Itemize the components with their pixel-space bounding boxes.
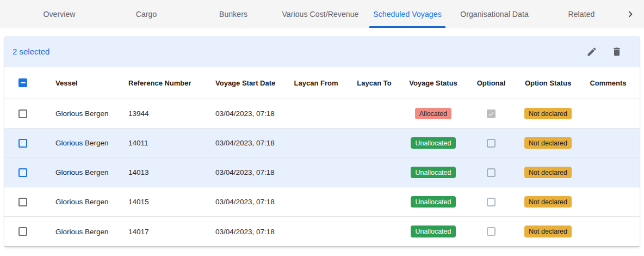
optional-checkbox[interactable] (487, 227, 496, 236)
voyage-start-date-cell: 03/04/2023, 07:18 (215, 198, 287, 206)
tab-overview[interactable]: Overview (16, 0, 103, 28)
option-status-badge: Not declared (524, 196, 572, 208)
selection-actions (585, 45, 623, 58)
chevron-right-icon (624, 8, 636, 20)
column-header-laycan-to: Laycan To (345, 79, 404, 87)
table-row[interactable]: Glorious Bergen 13944 03/04/2023, 07:18 … (4, 99, 640, 129)
reference-number-cell: 14015 (128, 198, 215, 206)
column-header-optional: Optional (463, 79, 519, 87)
voyage-status-badge: Unallocated (411, 225, 455, 237)
select-all-checkbox[interactable] (18, 78, 27, 87)
reference-number-cell: 14013 (128, 168, 215, 176)
reference-number-cell: 14017 (128, 228, 215, 236)
column-header-reference-number: Reference Number (128, 79, 215, 87)
vessel-cell: Glorious Bergen (55, 139, 128, 147)
voyage-start-date-cell: 03/04/2023, 07:18 (215, 139, 287, 147)
row-checkbox[interactable] (18, 109, 27, 118)
voyage-status-badge: Unallocated (411, 137, 455, 149)
delete-button[interactable] (610, 45, 623, 58)
table-body: Glorious Bergen 13944 03/04/2023, 07:18 … (4, 99, 640, 246)
tabs-scroll-right-button[interactable] (621, 0, 640, 28)
optional-checkbox[interactable] (487, 198, 496, 206)
optional-cell (463, 168, 519, 177)
column-header-voyage-start-date: Voyage Start Date (215, 79, 287, 87)
table-row[interactable]: Glorious Bergen 14017 03/04/2023, 07:18 … (4, 217, 640, 246)
scheduled-voyages-page: Overview Cargo Bunkers Various Cost/Reve… (0, 0, 644, 256)
tab-scheduled-voyages[interactable]: Scheduled Voyages (364, 0, 451, 28)
voyage-start-date-cell: 03/04/2023, 07:18 (215, 228, 287, 236)
scheduled-voyages-card: 2 selected (4, 36, 640, 247)
voyage-status-cell: Unallocated (404, 137, 463, 149)
vessel-cell: Glorious Bergen (55, 198, 128, 206)
tab-organisational-data[interactable]: Organisational Data (451, 0, 538, 28)
row-checkbox[interactable] (18, 139, 27, 148)
option-status-cell: Not declared (519, 225, 577, 237)
row-checkbox[interactable] (18, 227, 27, 236)
option-status-badge: Not declared (524, 167, 572, 179)
option-status-badge: Not declared (524, 225, 572, 237)
tab-related[interactable]: Related (538, 0, 625, 28)
voyage-status-badge: Unallocated (411, 167, 455, 179)
option-status-cell: Not declared (519, 137, 577, 149)
tab-cargo[interactable]: Cargo (103, 0, 190, 28)
voyage-status-cell: Unallocated (404, 167, 463, 179)
option-status-badge: Not declared (524, 108, 572, 120)
table-row[interactable]: Glorious Bergen 14013 03/04/2023, 07:18 … (4, 158, 640, 187)
voyage-status-badge: Unallocated (411, 196, 455, 208)
vessel-cell: Glorious Bergen (55, 168, 128, 176)
edit-button[interactable] (585, 45, 598, 58)
voyage-status-cell: Unallocated (404, 225, 463, 237)
column-header-vessel: Vessel (55, 79, 128, 87)
column-header-laycan-from: Laycan From (287, 79, 345, 87)
voyage-status-badge: Allocated (415, 108, 451, 120)
selected-count-label: 2 selected (13, 47, 49, 56)
vessel-cell: Glorious Bergen (55, 109, 128, 118)
indeterminate-dash (21, 82, 26, 83)
optional-cell (463, 227, 519, 236)
table-header-row: Vessel Reference Number Voyage Start Dat… (4, 67, 640, 99)
row-checkbox[interactable] (18, 198, 27, 206)
column-header-option-status: Option Status (519, 79, 577, 87)
table-row[interactable]: Glorious Bergen 14011 03/04/2023, 07:18 … (4, 129, 640, 158)
optional-checkbox (487, 109, 496, 118)
reference-number-cell: 13944 (128, 109, 215, 118)
option-status-cell: Not declared (519, 196, 577, 208)
reference-number-cell: 14011 (128, 139, 215, 147)
column-header-comments: Comments (577, 79, 640, 87)
option-status-cell: Not declared (519, 167, 577, 179)
tab-various-cost-revenue[interactable]: Various Cost/Revenue (277, 0, 364, 28)
tab-bar: Overview Cargo Bunkers Various Cost/Reve… (0, 0, 644, 28)
optional-checkbox[interactable] (487, 139, 496, 148)
column-header-voyage-status: Voyage Status (404, 79, 463, 87)
pencil-icon (586, 46, 597, 57)
voyage-status-cell: Allocated (404, 108, 463, 120)
table-row[interactable]: Glorious Bergen 14015 03/04/2023, 07:18 … (4, 187, 640, 217)
optional-cell (463, 139, 519, 148)
vessel-cell: Glorious Bergen (55, 228, 128, 236)
voyage-status-cell: Unallocated (404, 196, 463, 208)
tab-bunkers[interactable]: Bunkers (190, 0, 277, 28)
row-checkbox[interactable] (18, 168, 27, 177)
optional-checkbox[interactable] (487, 168, 496, 177)
trash-icon (611, 46, 622, 57)
voyage-start-date-cell: 03/04/2023, 07:18 (215, 168, 287, 176)
option-status-badge: Not declared (524, 137, 572, 149)
option-status-cell: Not declared (519, 108, 577, 120)
voyage-start-date-cell: 03/04/2023, 07:18 (215, 109, 287, 118)
selection-toolbar: 2 selected (4, 36, 640, 67)
optional-cell (463, 109, 519, 118)
optional-cell (463, 198, 519, 206)
